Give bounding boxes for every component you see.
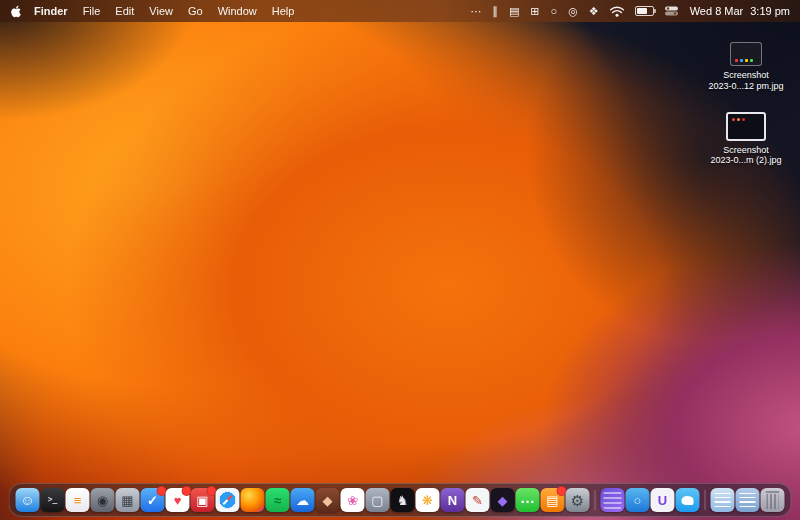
- menu-file[interactable]: File: [83, 5, 101, 17]
- menu-edit[interactable]: Edit: [115, 5, 134, 17]
- menu-bar-clock[interactable]: Wed 8 Mar3:19 pm: [690, 5, 790, 17]
- window-app-icon[interactable]: ▢: [366, 488, 390, 512]
- focus-icon[interactable]: ◎: [568, 6, 578, 17]
- dock: ☺>_≡◉▦✓♥▣≈☁◆❀▢♞❋N✎◆…▤⚙○U: [9, 483, 792, 517]
- onenote-icon[interactable]: N: [441, 488, 465, 512]
- tasks-glyph: ✓: [147, 494, 158, 507]
- terminal-glyph: >_: [48, 496, 58, 504]
- clock-date: Wed 8 Mar: [690, 5, 744, 17]
- clock-time: 3:19 pm: [750, 5, 790, 17]
- messages-glyph: …: [520, 490, 535, 505]
- system-settings-icon[interactable]: ⚙: [566, 488, 590, 512]
- spotify-glyph: ≈: [274, 494, 281, 507]
- red-app-icon[interactable]: ▣: [191, 488, 215, 512]
- twitter-icon[interactable]: [676, 488, 700, 512]
- battery-body: [635, 6, 654, 16]
- pause-icon[interactable]: ∥: [492, 6, 498, 17]
- menu-bar-left: Finder FileEditViewGoWindowHelp: [10, 5, 309, 18]
- file-label: Screenshot2023-0...12 pm.jpg: [708, 70, 783, 92]
- battery-fill: [637, 8, 647, 14]
- finder-glyph: ☺: [20, 493, 34, 507]
- mission-control-glyph: ▦: [121, 494, 133, 507]
- menu-help[interactable]: Help: [272, 5, 295, 17]
- tasks-app-icon[interactable]: ✓: [141, 488, 165, 512]
- cloud-glyph: ☁: [296, 494, 309, 507]
- wallpaper: [0, 0, 800, 520]
- apple-menu-icon[interactable]: [10, 5, 22, 18]
- spotify-icon[interactable]: ≈: [266, 488, 290, 512]
- file-thumbnail: [726, 112, 766, 141]
- blue-app-glyph: ○: [634, 494, 642, 507]
- music-glyph: ♥: [174, 494, 182, 507]
- file-label: Screenshot2023-0...m (2).jpg: [710, 145, 781, 167]
- battery-icon[interactable]: [635, 6, 654, 16]
- mission-control-icon[interactable]: ▦: [116, 488, 140, 512]
- maroon-app-icon[interactable]: ◆: [316, 488, 340, 512]
- finder-icon[interactable]: ☺: [16, 488, 40, 512]
- documents-folder-icon[interactable]: [736, 488, 760, 512]
- file-thumbnail: [730, 42, 762, 66]
- desktop-files: Screenshot2023-0...12 pm.jpgScreenshot20…: [704, 42, 788, 166]
- dock-separator: [595, 490, 596, 510]
- obsidian-icon[interactable]: ◆: [491, 488, 515, 512]
- minimized-window-thumbnail[interactable]: [601, 488, 625, 512]
- trash-icon[interactable]: [761, 488, 785, 512]
- photo-booth-icon[interactable]: ◉: [91, 488, 115, 512]
- butterfly-app-icon[interactable]: ❀: [341, 488, 365, 512]
- photos-icon[interactable]: ❋: [416, 488, 440, 512]
- menu-bar-status-area: ⋯ ∥ ▤ ⊞ ○ ◎ ❖ Wed 8 Mar3:19 pm: [459, 5, 790, 17]
- menu-go[interactable]: Go: [188, 5, 203, 17]
- menu-window[interactable]: Window: [218, 5, 257, 17]
- butterfly-glyph: ❀: [347, 494, 358, 507]
- desktop-screen: Finder FileEditViewGoWindowHelp ⋯ ∥ ▤ ⊞ …: [0, 0, 800, 520]
- desktop-file-screenshot-1[interactable]: Screenshot2023-0...12 pm.jpg: [704, 42, 788, 92]
- messages-icon[interactable]: …: [516, 488, 540, 512]
- control-center-icon[interactable]: [665, 6, 678, 16]
- blue-app-icon[interactable]: ○: [626, 488, 650, 512]
- stage-manager-icon[interactable]: ▤: [509, 6, 519, 17]
- u-app-icon[interactable]: U: [651, 488, 675, 512]
- firefox-icon[interactable]: [241, 488, 265, 512]
- notability-glyph: ✎: [472, 494, 483, 507]
- dark-figure-app-icon[interactable]: ♞: [391, 488, 415, 512]
- screen-record-icon[interactable]: ○: [551, 6, 558, 17]
- photo-booth-glyph: ◉: [97, 494, 108, 507]
- shortcuts-icon[interactable]: ❖: [589, 6, 599, 17]
- wifi-icon[interactable]: [610, 6, 624, 17]
- figure-app-glyph: ♞: [397, 494, 409, 507]
- safari-icon[interactable]: [216, 488, 240, 512]
- display-icon[interactable]: ⊞: [530, 6, 539, 17]
- music-icon[interactable]: ♥: [166, 488, 190, 512]
- notability-icon[interactable]: ✎: [466, 488, 490, 512]
- downloads-folder-icon[interactable]: [711, 488, 735, 512]
- menu-active-app[interactable]: Finder: [34, 5, 68, 17]
- photos-glyph: ❋: [422, 494, 433, 507]
- window-app-glyph: ▢: [371, 494, 383, 507]
- settings-glyph: ⚙: [571, 493, 584, 508]
- orange-app-icon[interactable]: ▤: [541, 488, 565, 512]
- maroon-app-glyph: ◆: [323, 494, 333, 507]
- obsidian-glyph: ◆: [498, 494, 508, 507]
- dock-icons: ☺>_≡◉▦✓♥▣≈☁◆❀▢♞❋N✎◆…▤⚙○U: [16, 488, 785, 512]
- more-status-icon[interactable]: ⋯: [470, 6, 481, 17]
- terminal-icon[interactable]: >_: [41, 488, 65, 512]
- menu-items: FileEditViewGoWindowHelp: [83, 5, 310, 17]
- onenote-glyph: N: [448, 494, 457, 507]
- desktop-file-screenshot-2[interactable]: Screenshot2023-0...m (2).jpg: [704, 112, 788, 167]
- red-app-glyph: ▣: [196, 494, 208, 507]
- cloud-app-icon[interactable]: ☁: [291, 488, 315, 512]
- orange-app-glyph: ▤: [546, 494, 558, 507]
- menu-bar: Finder FileEditViewGoWindowHelp ⋯ ∥ ▤ ⊞ …: [0, 0, 800, 22]
- dock-separator: [705, 490, 706, 510]
- books-glyph: ≡: [74, 494, 82, 507]
- u-app-glyph: U: [658, 494, 667, 507]
- menu-view[interactable]: View: [149, 5, 173, 17]
- books-icon[interactable]: ≡: [66, 488, 90, 512]
